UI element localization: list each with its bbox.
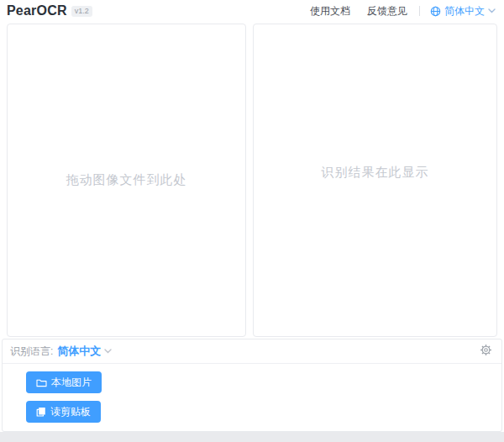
docs-link[interactable]: 使用文档 xyxy=(310,4,350,18)
read-clipboard-button[interactable]: 读剪贴板 xyxy=(26,401,101,423)
version-badge: v1.2 xyxy=(71,6,92,17)
local-image-button-label: 本地图片 xyxy=(51,376,92,390)
chevron-down-icon xyxy=(488,8,496,13)
clipboard-icon xyxy=(36,407,46,417)
actions-area: 本地图片 读剪贴板 xyxy=(3,364,501,431)
gear-icon xyxy=(480,344,492,360)
bottom-toolbar: 识别语言: 简体中文 xyxy=(2,339,502,432)
globe-icon xyxy=(430,6,441,17)
result-placeholder: 识别结果在此显示 xyxy=(322,165,429,181)
footer-strip xyxy=(0,432,504,442)
main-area: 拖动图像文件到此处 识别结果在此显示 xyxy=(0,20,504,339)
app-logo: PearOCR xyxy=(7,3,67,18)
feedback-link[interactable]: 反馈意见 xyxy=(367,4,407,18)
image-drop-zone[interactable]: 拖动图像文件到此处 xyxy=(7,24,246,337)
recognition-language-row: 识别语言: 简体中文 xyxy=(3,339,501,364)
recognition-language-label: 识别语言: xyxy=(10,345,53,359)
chevron-down-icon[interactable] xyxy=(104,349,112,354)
read-clipboard-button-label: 读剪贴板 xyxy=(50,405,91,419)
folder-icon xyxy=(36,378,47,387)
drop-zone-placeholder: 拖动图像文件到此处 xyxy=(66,172,187,188)
result-panel: 识别结果在此显示 xyxy=(253,24,497,337)
language-selector-label: 简体中文 xyxy=(444,4,485,18)
local-image-button[interactable]: 本地图片 xyxy=(26,371,102,393)
language-selector[interactable]: 简体中文 xyxy=(430,4,496,18)
recognition-language-value[interactable]: 简体中文 xyxy=(57,344,101,359)
header-divider xyxy=(419,6,420,16)
settings-button[interactable] xyxy=(478,342,494,361)
app-header: PearOCR v1.2 使用文档 反馈意见 简体中文 xyxy=(0,0,504,20)
